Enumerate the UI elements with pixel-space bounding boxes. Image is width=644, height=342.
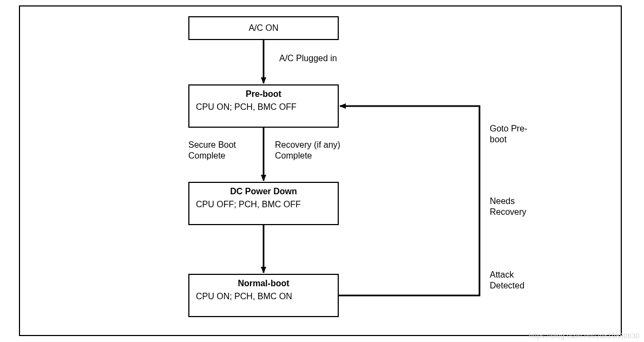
node-normal-boot: Normal-boot CPU ON; PCH, BMC ON	[188, 274, 339, 317]
node-pre-boot: Pre-boot CPU ON; PCH, BMC OFF	[188, 84, 339, 128]
watermark-text: https://blog.csdn.net/zdx19880830	[529, 332, 640, 340]
node-pre-boot-title: Pre-boot	[189, 86, 338, 100]
label-recovery-complete: Recovery (if any) Complete	[275, 140, 340, 161]
node-pre-boot-body: CPU ON; PCH, BMC OFF	[189, 100, 338, 117]
label-goto-preboot: Goto Pre- boot	[490, 123, 527, 145]
label-attack-detected: Attack Detected	[490, 269, 524, 291]
label-needs-recovery: Needs Recovery	[490, 196, 527, 218]
label-ac-plugged-in: A/C Plugged in	[279, 53, 337, 64]
label-secure-boot: Secure Boot Complete	[188, 140, 236, 161]
node-normal-boot-title: Normal-boot	[189, 275, 338, 289]
node-normal-boot-body: CPU ON; PCH, BMC ON	[189, 289, 338, 306]
node-dc-power-down-body: CPU OFF; PCH, BMC OFF	[189, 197, 338, 214]
diagram-canvas: A/C ON Pre-boot CPU ON; PCH, BMC OFF DC …	[0, 0, 644, 342]
node-ac-on: A/C ON	[188, 16, 339, 40]
node-dc-power-down: DC Power Down CPU OFF; PCH, BMC OFF	[188, 182, 339, 225]
node-ac-on-title: A/C ON	[248, 23, 278, 34]
node-dc-power-down-title: DC Power Down	[189, 183, 338, 197]
